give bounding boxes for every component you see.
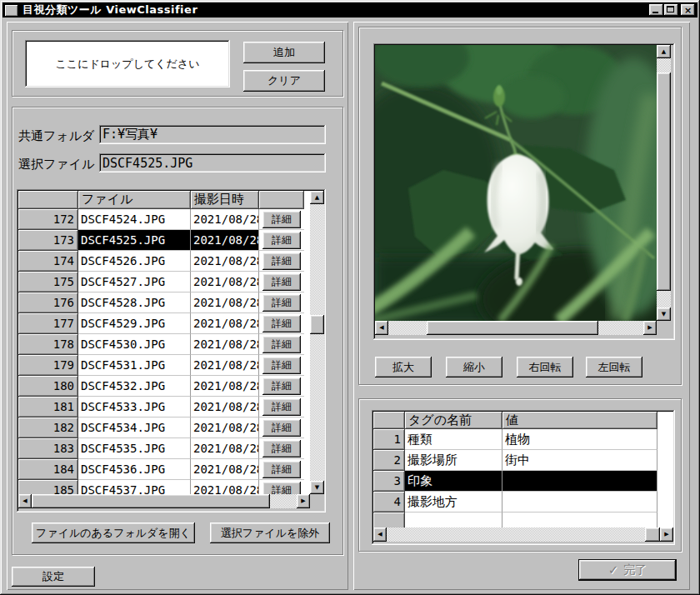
- date-cell[interactable]: 2021/08/28: [191, 438, 259, 459]
- tag-name-cell[interactable]: 種類: [405, 429, 502, 450]
- date-cell[interactable]: 2021/08/28: [191, 292, 259, 313]
- close-button[interactable]: ×: [681, 4, 695, 16]
- detail-button[interactable]: 詳細: [262, 419, 301, 437]
- date-cell[interactable]: 2021/08/28: [191, 397, 259, 418]
- common-folder-field[interactable]: F:¥写真¥: [99, 125, 326, 144]
- date-cell[interactable]: 2021/08/28: [191, 480, 259, 494]
- file-name-cell[interactable]: DSCF4537.JPG: [78, 480, 191, 494]
- table-row[interactable]: 184 DSCF4536.JPG 2021/08/28 詳細: [18, 459, 310, 480]
- detail-button[interactable]: 詳細: [262, 378, 301, 395]
- detail-button[interactable]: 詳細: [262, 357, 301, 374]
- table-row[interactable]: 181 DSCF4533.JPG 2021/08/28 詳細: [18, 397, 310, 418]
- zoom-out-button[interactable]: 縮小: [446, 357, 502, 378]
- file-name-cell[interactable]: DSCF4536.JPG: [78, 459, 191, 480]
- file-name-cell[interactable]: DSCF4532.JPG: [78, 376, 191, 397]
- scroll-right-icon[interactable]: [660, 528, 673, 542]
- date-cell[interactable]: 2021/08/28: [191, 418, 259, 438]
- detail-button[interactable]: 詳細: [262, 252, 301, 270]
- drop-target[interactable]: ここにドロップしてください: [25, 40, 230, 88]
- scroll-left-icon[interactable]: [375, 321, 388, 335]
- table-row[interactable]: 185 DSCF4537.JPG 2021/08/28 詳細: [18, 480, 310, 494]
- tag-value-cell[interactable]: 街中: [502, 450, 658, 471]
- tag-row[interactable]: 1 種類 植物: [373, 429, 673, 450]
- file-vscrollbar[interactable]: [310, 191, 324, 494]
- scroll-up-icon[interactable]: [310, 191, 324, 204]
- date-cell[interactable]: 2021/08/28: [191, 334, 259, 355]
- file-name-cell[interactable]: DSCF4525.JPG: [78, 230, 191, 251]
- detail-button[interactable]: 詳細: [262, 461, 301, 478]
- file-name-cell[interactable]: DSCF4529.JPG: [78, 313, 191, 334]
- detail-button[interactable]: 詳細: [262, 440, 301, 458]
- scroll-down-icon[interactable]: [310, 481, 324, 494]
- open-folder-button[interactable]: ファイルのあるフォルダを開く: [32, 522, 195, 543]
- tag-row[interactable]: 2 撮影場所 街中: [373, 450, 673, 471]
- scroll-right-icon[interactable]: [643, 321, 657, 335]
- detail-button[interactable]: 詳細: [262, 211, 301, 228]
- tag-name-cell[interactable]: 撮影場所: [405, 450, 502, 471]
- date-cell[interactable]: 2021/08/28: [191, 230, 259, 251]
- image-vscrollbar[interactable]: [657, 45, 671, 321]
- date-cell[interactable]: 2021/08/28: [191, 355, 259, 376]
- detail-button[interactable]: 詳細: [262, 336, 301, 353]
- table-row[interactable]: 174 DSCF4526.JPG 2021/08/28 詳細: [18, 251, 310, 272]
- file-name-cell[interactable]: DSCF4534.JPG: [78, 418, 191, 438]
- scroll-left-icon[interactable]: [18, 494, 32, 508]
- exclude-file-button[interactable]: 選択ファイルを除外: [210, 522, 330, 543]
- table-row[interactable]: 183 DSCF4535.JPG 2021/08/28 詳細: [18, 438, 310, 459]
- maximize-button[interactable]: [664, 4, 678, 16]
- file-name-cell[interactable]: DSCF4526.JPG: [78, 251, 191, 272]
- detail-button[interactable]: 詳細: [262, 482, 301, 495]
- tag-value-cell[interactable]: [502, 512, 658, 528]
- detail-button[interactable]: 詳細: [262, 398, 301, 416]
- date-cell[interactable]: 2021/08/28: [191, 376, 259, 397]
- image-hscroll-thumb[interactable]: [427, 321, 598, 335]
- detail-button[interactable]: 詳細: [262, 294, 301, 312]
- tag-hscroll-thumb[interactable]: [645, 528, 660, 542]
- file-name-cell[interactable]: DSCF4531.JPG: [78, 355, 191, 376]
- tag-name-cell[interactable]: 撮影地方: [405, 492, 502, 512]
- table-row[interactable]: 176 DSCF4528.JPG 2021/08/28 詳細: [18, 292, 310, 313]
- table-row[interactable]: 179 DSCF4531.JPG 2021/08/28 詳細: [18, 355, 310, 376]
- file-name-cell[interactable]: DSCF4533.JPG: [78, 397, 191, 418]
- date-cell[interactable]: 2021/08/28: [191, 251, 259, 272]
- clear-button[interactable]: クリア: [243, 70, 325, 92]
- tag-hscrollbar[interactable]: [373, 528, 673, 542]
- scroll-down-icon[interactable]: [657, 308, 671, 321]
- tag-value-cell[interactable]: [502, 471, 658, 492]
- detail-button[interactable]: 詳細: [262, 232, 301, 249]
- date-cell[interactable]: 2021/08/28: [191, 313, 259, 334]
- file-hscroll-thumb[interactable]: [32, 494, 270, 508]
- image-vscroll-thumb[interactable]: [657, 72, 671, 291]
- tag-name-cell[interactable]: 印象: [405, 471, 502, 492]
- file-name-cell[interactable]: DSCF4530.JPG: [78, 334, 191, 355]
- file-name-cell[interactable]: DSCF4535.JPG: [78, 438, 191, 459]
- add-button[interactable]: 追加: [243, 42, 325, 63]
- settings-button[interactable]: 設定: [12, 567, 95, 587]
- file-name-cell[interactable]: DSCF4528.JPG: [78, 292, 191, 313]
- file-vscroll-thumb[interactable]: [310, 315, 324, 334]
- scroll-left-icon[interactable]: [373, 528, 387, 542]
- rotate-right-button[interactable]: 右回転: [517, 357, 573, 378]
- table-row[interactable]: 173 DSCF4525.JPG 2021/08/28 詳細: [18, 230, 310, 251]
- date-cell[interactable]: 2021/08/28: [191, 272, 259, 292]
- done-button[interactable]: ✓ 完了: [578, 559, 677, 581]
- tag-value-cell[interactable]: [502, 492, 658, 512]
- table-row[interactable]: 182 DSCF4534.JPG 2021/08/28 詳細: [18, 418, 310, 438]
- table-row[interactable]: 180 DSCF4532.JPG 2021/08/28 詳細: [18, 376, 310, 397]
- tag-row[interactable]: 3 印象: [373, 471, 673, 492]
- detail-button[interactable]: 詳細: [262, 315, 301, 332]
- file-hscrollbar[interactable]: [18, 494, 310, 508]
- table-row[interactable]: 177 DSCF4529.JPG 2021/08/28 詳細: [18, 313, 310, 334]
- detail-button[interactable]: 詳細: [262, 273, 301, 291]
- selected-file-field[interactable]: DSCF4525.JPG: [99, 153, 326, 172]
- scroll-right-icon[interactable]: [297, 494, 310, 508]
- tag-row[interactable]: 4 撮影地方: [373, 492, 673, 512]
- table-row[interactable]: 178 DSCF4530.JPG 2021/08/28 詳細: [18, 334, 310, 355]
- zoom-in-button[interactable]: 拡大: [375, 357, 432, 378]
- titlebar[interactable]: 目視分類ツール ViewClassifier ×: [2, 2, 698, 18]
- tag-name-cell[interactable]: [405, 512, 502, 528]
- table-row[interactable]: 175 DSCF4527.JPG 2021/08/28 詳細: [18, 272, 310, 292]
- date-cell[interactable]: 2021/08/28: [191, 459, 259, 480]
- file-name-cell[interactable]: DSCF4527.JPG: [78, 272, 191, 292]
- rotate-left-button[interactable]: 左回転: [586, 357, 642, 378]
